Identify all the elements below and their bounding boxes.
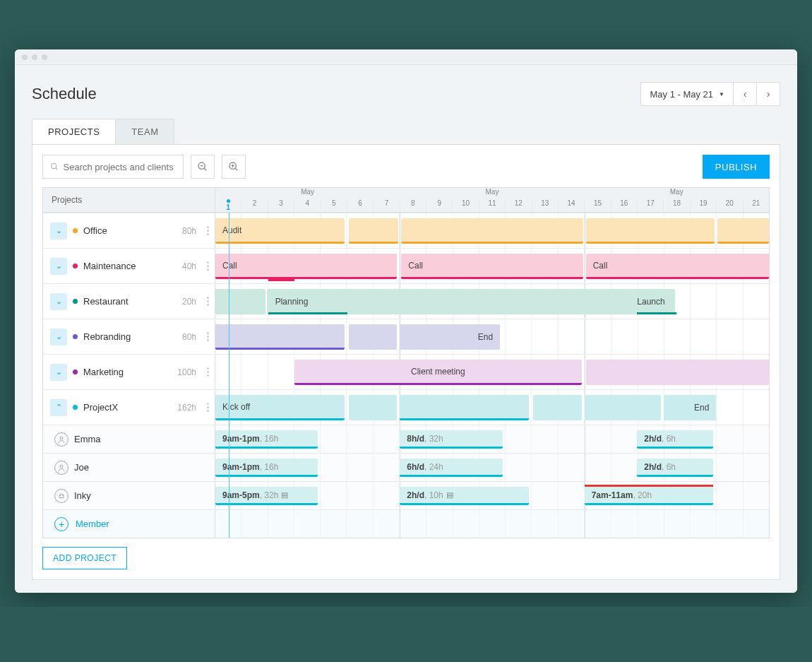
schedule-grid: Projects MayMayMay 123456789101112131415…: [42, 187, 770, 538]
project-hours: 100h: [177, 367, 196, 377]
add-member-button[interactable]: + Member: [50, 517, 109, 531]
assignment-bar[interactable]: 2h/d, 10h▤: [400, 487, 529, 505]
shift-time: 2h/d: [644, 462, 662, 472]
project-color-dot: [73, 334, 78, 339]
expand-toggle[interactable]: ⌄: [50, 329, 67, 345]
chevron-down-icon: ⌄: [56, 297, 62, 306]
search-input[interactable]: [64, 162, 176, 172]
assignment-bar[interactable]: 8h/d, 32h: [400, 430, 502, 449]
shift-time: 7am-11am: [592, 490, 633, 500]
expand-toggle[interactable]: ⌄: [50, 223, 67, 240]
bar-office[interactable]: [586, 218, 715, 244]
expand-toggle[interactable]: ⌄: [50, 293, 67, 310]
bar-maint-call[interactable]: Call: [586, 254, 769, 279]
bar-rest[interactable]: [215, 289, 265, 314]
assignment-bar[interactable]: 7am-11am, 20h: [585, 487, 714, 505]
bar-office[interactable]: [401, 218, 583, 244]
bar-label: Planning: [275, 297, 309, 307]
shift-time: 9am-1pm: [222, 462, 260, 472]
project-color-dot: [73, 264, 78, 268]
project-menu[interactable]: [207, 367, 209, 377]
day-header: 12: [506, 199, 532, 212]
shift-time: 9am-1pm: [222, 434, 260, 444]
bar-office[interactable]: [717, 218, 769, 244]
bar-rebrand[interactable]: [349, 324, 398, 350]
collapse-toggle[interactable]: ⌃: [50, 399, 67, 416]
chevron-down-icon: ⌄: [56, 226, 62, 235]
day-header: 13: [532, 199, 559, 212]
day-header: 7: [374, 199, 400, 212]
bar-px[interactable]: [400, 395, 529, 420]
bar-px-kickoff[interactable]: Kick off: [215, 395, 345, 420]
expand-toggle[interactable]: ⌄: [50, 258, 67, 275]
bar-office[interactable]: [349, 218, 399, 244]
project-hours: 162h: [177, 403, 196, 413]
window-dot: [32, 54, 37, 60]
add-project-button[interactable]: ADD PROJECT: [42, 547, 127, 569]
day-header: 20: [717, 199, 743, 212]
day-header: 6: [347, 199, 374, 212]
svg-line-1: [56, 168, 58, 170]
zoom-in-icon: [228, 161, 239, 172]
bar-rebrand-end[interactable]: End: [400, 324, 500, 350]
assignment-bar[interactable]: 9am-1pm, 16h: [215, 430, 318, 449]
project-name: ProjectX: [83, 402, 118, 413]
publish-button[interactable]: PUBLISH: [703, 155, 770, 179]
header-projects-label: Projects: [43, 188, 215, 212]
bar-office-audit[interactable]: Audit: [215, 218, 345, 244]
avatar-icon: [54, 461, 68, 475]
bar-marketing[interactable]: [586, 360, 769, 385]
shift-hours: , 16h: [260, 434, 279, 444]
bar-label: Client meeting: [411, 367, 465, 377]
project-hours: 40h: [182, 261, 196, 271]
project-color-dot: [73, 228, 78, 233]
svg-point-12: [62, 495, 63, 496]
project-name: Office: [83, 225, 107, 236]
project-menu[interactable]: [207, 226, 209, 235]
search-input-wrapper[interactable]: [42, 155, 184, 179]
day-header: 1: [215, 199, 241, 212]
date-range-label: May 1 - May 21: [650, 89, 713, 100]
shift-hours: , 10h: [424, 490, 443, 500]
bar-px[interactable]: [349, 395, 398, 420]
expand-toggle[interactable]: ⌄: [50, 364, 67, 381]
shift-time: 2h/d: [644, 434, 662, 444]
assignment-bar[interactable]: 9am-5pm, 32h▤: [215, 487, 318, 505]
date-range-picker[interactable]: May 1 - May 21 ▼: [640, 82, 734, 106]
bar-underline: [268, 312, 347, 314]
project-name: Restaurant: [83, 296, 129, 307]
bar-px[interactable]: [585, 395, 661, 420]
svg-point-0: [52, 163, 56, 168]
svg-point-10: [60, 465, 63, 468]
svg-point-11: [60, 495, 61, 496]
prev-button[interactable]: ‹: [733, 82, 757, 106]
project-menu[interactable]: [207, 261, 209, 271]
chevron-left-icon: ‹: [744, 88, 747, 100]
bar-marketing[interactable]: Client meeting: [294, 360, 582, 385]
bar-maint-call[interactable]: Call: [401, 254, 583, 279]
bar-label: Call: [222, 261, 237, 271]
bar-rebrand[interactable]: [215, 324, 345, 350]
project-menu[interactable]: [207, 297, 209, 306]
zoom-in-button[interactable]: [222, 155, 246, 179]
shift-hours: , 32h: [260, 490, 279, 500]
milestone-launch[interactable]: Launch: [637, 289, 690, 314]
shift-hours: , 16h: [260, 462, 279, 472]
tab-team[interactable]: TEAM: [115, 119, 174, 144]
bar-rest[interactable]: Planning: [267, 289, 676, 314]
zoom-out-button[interactable]: [191, 155, 215, 179]
project-menu[interactable]: [207, 403, 209, 412]
next-button[interactable]: ›: [756, 82, 780, 106]
shift-time: 6h/d: [407, 462, 424, 472]
bar-px-end[interactable]: End: [664, 395, 717, 420]
assignment-bar[interactable]: 2h/d, 6h: [637, 430, 713, 449]
bar-px[interactable]: [533, 395, 582, 420]
project-name: Maintenance: [83, 261, 136, 271]
assignment-bar[interactable]: 9am-1pm, 16h: [215, 459, 318, 477]
bar-maint-call[interactable]: Call: [215, 254, 397, 279]
svg-point-9: [60, 437, 63, 439]
project-menu[interactable]: [207, 332, 209, 341]
assignment-bar[interactable]: 2h/d, 6h: [637, 459, 713, 477]
tab-projects[interactable]: PROJECTS: [32, 119, 116, 144]
assignment-bar[interactable]: 6h/d, 24h: [400, 459, 502, 477]
